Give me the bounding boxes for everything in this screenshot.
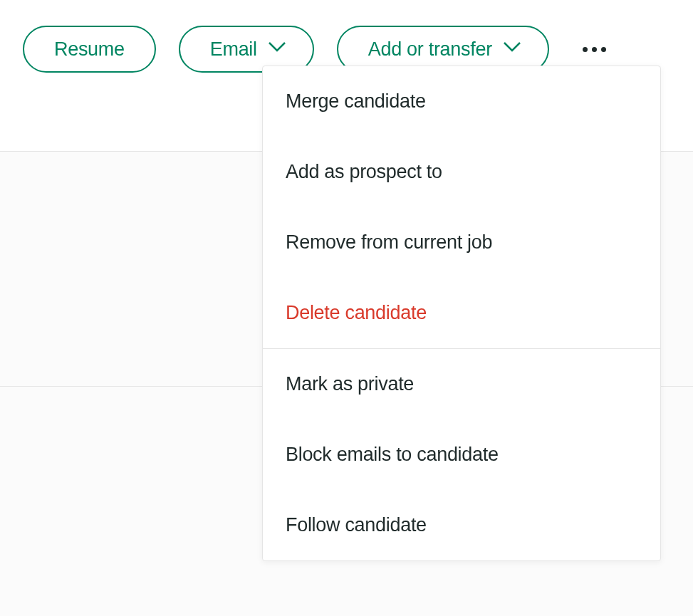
menu-item-label: Add as prospect to xyxy=(286,161,442,182)
email-button-label: Email xyxy=(210,38,257,61)
menu-item-label: Block emails to candidate xyxy=(286,444,499,465)
menu-item-label: Remove from current job xyxy=(286,231,492,253)
menu-item-label: Mark as private xyxy=(286,373,414,395)
menu-item-delete-candidate[interactable]: Delete candidate xyxy=(263,278,660,348)
resume-button-label: Resume xyxy=(54,38,125,61)
menu-item-block-emails[interactable]: Block emails to candidate xyxy=(263,419,660,490)
menu-item-follow-candidate[interactable]: Follow candidate xyxy=(263,490,660,560)
resume-button[interactable]: Resume xyxy=(23,26,156,73)
more-actions-menu: Merge candidate Add as prospect to Remov… xyxy=(262,66,661,561)
more-actions-button[interactable] xyxy=(578,32,612,66)
more-horizontal-icon xyxy=(583,47,606,52)
menu-item-merge-candidate[interactable]: Merge candidate xyxy=(263,66,660,137)
add-or-transfer-button-label: Add or transfer xyxy=(368,38,492,61)
menu-item-mark-private[interactable]: Mark as private xyxy=(263,349,660,419)
menu-item-label: Delete candidate xyxy=(286,302,427,323)
chevron-down-icon xyxy=(504,42,518,56)
menu-item-remove-from-job[interactable]: Remove from current job xyxy=(263,207,660,278)
chevron-down-icon xyxy=(269,42,283,56)
menu-item-label: Follow candidate xyxy=(286,514,427,536)
menu-item-label: Merge candidate xyxy=(286,90,426,112)
menu-item-add-prospect[interactable]: Add as prospect to xyxy=(263,137,660,207)
